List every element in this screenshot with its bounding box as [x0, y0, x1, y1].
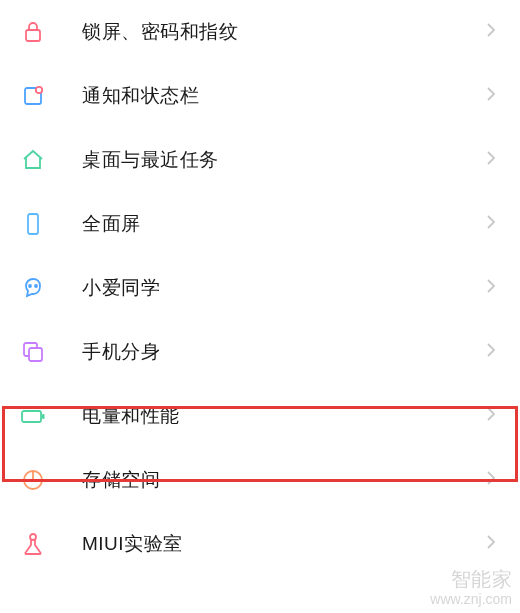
svg-point-5: [35, 285, 37, 287]
settings-item-label: 通知和状态栏: [82, 83, 486, 109]
settings-item-label: 小爱同学: [82, 275, 486, 301]
settings-item-label: 全面屏: [82, 211, 486, 237]
watermark-text-line2: www.znj.com: [430, 591, 512, 607]
settings-item-label: 存储空间: [82, 467, 486, 493]
chevron-right-icon: [486, 214, 496, 234]
lock-icon: [20, 19, 46, 45]
settings-item-battery[interactable]: 电量和性能: [0, 384, 520, 448]
storage-icon: [20, 467, 46, 493]
settings-item-xiaoai[interactable]: 小爱同学: [0, 256, 520, 320]
settings-item-desktop[interactable]: 桌面与最近任务: [0, 128, 520, 192]
chevron-right-icon: [486, 342, 496, 362]
battery-icon: [20, 403, 46, 429]
settings-item-notification[interactable]: 通知和状态栏: [0, 64, 520, 128]
lab-icon: [20, 531, 46, 557]
svg-rect-3: [28, 214, 38, 234]
chevron-right-icon: [486, 22, 496, 42]
notification-icon: [20, 83, 46, 109]
settings-item-label: 电量和性能: [82, 403, 486, 429]
clone-icon: [20, 339, 46, 365]
settings-item-label: 桌面与最近任务: [82, 147, 486, 173]
chevron-right-icon: [486, 86, 496, 106]
xiaoai-icon: [20, 275, 46, 301]
svg-rect-9: [42, 414, 45, 419]
settings-item-lock[interactable]: 锁屏、密码和指纹: [0, 0, 520, 64]
chevron-right-icon: [486, 470, 496, 490]
settings-list: 锁屏、密码和指纹 通知和状态栏 桌面与最近任务: [0, 0, 520, 576]
settings-item-fullscreen[interactable]: 全面屏: [0, 192, 520, 256]
settings-item-storage[interactable]: 存储空间: [0, 448, 520, 512]
settings-item-label: 锁屏、密码和指纹: [82, 19, 486, 45]
chevron-right-icon: [486, 278, 496, 298]
svg-point-4: [29, 285, 31, 287]
svg-point-2: [36, 87, 42, 93]
svg-point-11: [30, 534, 36, 540]
phone-icon: [20, 211, 46, 237]
settings-item-label: MIUI实验室: [82, 531, 486, 557]
chevron-right-icon: [486, 534, 496, 554]
svg-rect-8: [22, 411, 41, 422]
home-icon: [20, 147, 46, 173]
settings-item-clone[interactable]: 手机分身: [0, 320, 520, 384]
chevron-right-icon: [486, 406, 496, 426]
svg-rect-0: [26, 30, 40, 41]
chevron-right-icon: [486, 150, 496, 170]
settings-item-lab[interactable]: MIUI实验室: [0, 512, 520, 576]
settings-item-label: 手机分身: [82, 339, 486, 365]
svg-rect-7: [29, 348, 42, 361]
